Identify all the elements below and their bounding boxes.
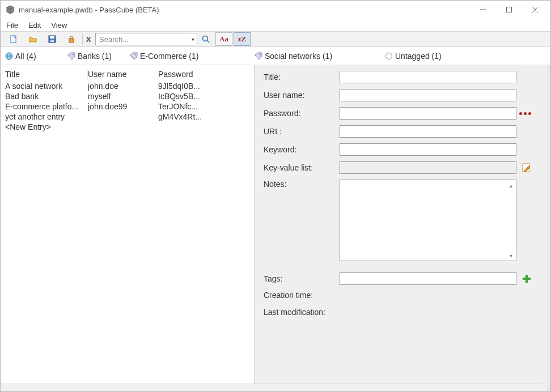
svg-point-17 xyxy=(135,53,136,54)
tag-filter-untagged[interactable]: Untagged (1) xyxy=(385,52,442,61)
cell-user xyxy=(88,122,158,131)
column-header-password[interactable]: Password xyxy=(158,70,254,79)
tag-icon xyxy=(255,52,262,60)
svg-rect-6 xyxy=(11,36,16,42)
search-input[interactable]: Search... ▾ xyxy=(95,33,197,45)
svg-point-18 xyxy=(260,53,261,54)
entry-detail-panel: Title: User name: Password: URL: Keyword… xyxy=(255,65,550,391)
window-titlebar: manual-example.pwdb - PassCube (BETA) xyxy=(1,1,550,19)
search-icon[interactable] xyxy=(197,35,214,44)
input-keyword[interactable] xyxy=(340,143,516,156)
window-close-button[interactable] xyxy=(522,1,548,18)
window-maximize-button[interactable] xyxy=(496,1,522,18)
toolbar-separator xyxy=(82,33,83,45)
cell-title: <New Entry> xyxy=(5,122,88,131)
tag-filter-ecommerce[interactable]: E-Commerce (1) xyxy=(130,52,255,61)
entry-list-panel: Title User name Password A social networ… xyxy=(1,65,255,391)
tag-filter-ecommerce-label: E-Commerce (1) xyxy=(140,52,198,61)
tag-filter-all[interactable]: All (4) xyxy=(5,52,67,61)
input-url[interactable] xyxy=(340,125,516,138)
label-password: Password: xyxy=(264,109,340,118)
cell-title: A social network xyxy=(5,82,88,91)
input-password[interactable] xyxy=(340,107,516,120)
table-row-new-entry[interactable]: <New Entry> xyxy=(5,122,254,132)
table-row[interactable]: yet another entry gM4Vx4Rt... xyxy=(5,112,254,122)
cell-user xyxy=(88,112,158,121)
tag-filter-social[interactable]: Social networks (1) xyxy=(255,52,385,61)
tag-filter-bar: All (4) Banks (1) E-Commerce (1) Social … xyxy=(1,47,550,65)
toolbar: X Search... ▾ Aa zZ xyxy=(1,31,550,47)
scroll-up-icon[interactable]: ▴ xyxy=(507,181,515,189)
window-minimize-button[interactable] xyxy=(470,1,496,18)
table-row[interactable]: E-commerce platfo... john.doe99 TerJONfc… xyxy=(5,101,254,112)
menu-edit[interactable]: Edit xyxy=(28,21,41,29)
label-modification-time: Last modification: xyxy=(264,308,354,317)
cell-user: john.doe99 xyxy=(88,102,158,111)
save-icon[interactable] xyxy=(43,32,62,46)
label-notes: Notes: xyxy=(264,180,340,189)
cell-pass: IcBQsv5B... xyxy=(158,92,254,101)
cell-pass: gM4Vx4Rt... xyxy=(158,112,254,121)
table-row[interactable]: Bad bank myself IcBQsv5B... xyxy=(5,91,254,101)
tag-filter-banks-label: Banks (1) xyxy=(78,52,112,61)
cell-pass: TerJONfc... xyxy=(158,102,254,111)
tag-icon xyxy=(130,52,138,60)
cell-user: myself xyxy=(88,92,158,101)
table-row[interactable]: A social network john.doe 9Jl5dqI0B... xyxy=(5,81,254,91)
label-kvlist: Key-value list: xyxy=(264,163,340,172)
scroll-down-icon[interactable]: ▾ xyxy=(507,252,515,259)
column-header-username[interactable]: User name xyxy=(88,70,158,79)
svg-rect-22 xyxy=(523,278,531,280)
cell-title: yet another entry xyxy=(5,112,88,121)
globe-icon xyxy=(5,52,13,60)
reveal-password-icon[interactable] xyxy=(519,112,531,115)
app-cube-icon xyxy=(5,5,15,15)
new-file-icon[interactable] xyxy=(4,32,23,46)
column-header-title[interactable]: Title xyxy=(5,70,88,79)
svg-rect-8 xyxy=(50,36,54,39)
menu-view[interactable]: View xyxy=(51,21,67,29)
svg-line-12 xyxy=(207,41,210,43)
window-title: manual-example.pwdb - PassCube (BETA) xyxy=(19,6,159,14)
tag-filter-banks[interactable]: Banks (1) xyxy=(67,52,130,61)
case-sensitive-toggle[interactable]: Aa xyxy=(215,32,232,46)
input-tags[interactable] xyxy=(340,272,516,285)
vertical-scrollbar[interactable] xyxy=(547,65,550,391)
cell-user: john.doe xyxy=(88,82,158,91)
tag-filter-untagged-label: Untagged (1) xyxy=(395,52,442,61)
open-folder-icon[interactable] xyxy=(23,32,43,46)
svg-rect-10 xyxy=(69,39,74,42)
input-notes[interactable]: ▴ ▾ xyxy=(340,180,516,261)
svg-point-16 xyxy=(73,53,74,54)
tag-icon xyxy=(67,52,75,60)
label-tags: Tags: xyxy=(264,274,340,283)
cell-pass xyxy=(158,122,254,131)
input-kvlist[interactable] xyxy=(340,161,516,174)
clear-search-button[interactable]: X xyxy=(84,32,93,46)
label-username: User name: xyxy=(264,91,340,100)
lock-icon[interactable] xyxy=(62,32,81,46)
entry-table-header: Title User name Password xyxy=(5,69,254,81)
svg-point-11 xyxy=(203,36,208,41)
add-tag-icon[interactable] xyxy=(522,274,531,283)
input-title[interactable] xyxy=(340,71,516,83)
horizontal-scrollbar[interactable] xyxy=(1,384,542,391)
label-keyword: Keyword: xyxy=(264,145,340,154)
tag-filter-all-label: All (4) xyxy=(15,52,36,61)
cell-title: Bad bank xyxy=(5,92,88,101)
chevron-down-icon[interactable]: ▾ xyxy=(192,36,194,42)
menubar: File Edit View xyxy=(1,19,550,31)
svg-rect-3 xyxy=(507,7,512,12)
label-url: URL: xyxy=(264,127,340,136)
main-split: Title User name Password A social networ… xyxy=(1,65,550,391)
label-title: Title: xyxy=(264,73,340,82)
menu-file[interactable]: File xyxy=(6,21,18,29)
svg-point-19 xyxy=(386,53,392,59)
input-username[interactable] xyxy=(340,89,516,101)
search-placeholder: Search... xyxy=(99,35,129,44)
sort-toggle[interactable]: zZ xyxy=(234,32,251,46)
circle-icon xyxy=(385,52,393,60)
svg-rect-9 xyxy=(50,40,54,42)
edit-kvlist-icon[interactable] xyxy=(522,163,531,172)
cell-title: E-commerce platfo... xyxy=(5,102,88,111)
